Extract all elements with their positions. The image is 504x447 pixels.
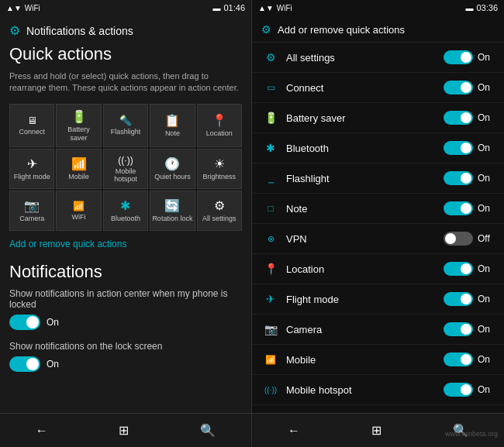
notif-toggle-row-lockscreen: On — [9, 356, 242, 372]
quick-item-bluetooth[interactable]: ✱ Bluetooth — [103, 191, 148, 231]
quick-item-note[interactable]: 📋 Note — [150, 104, 195, 148]
flashlight-row-icon: ⎯ — [261, 173, 280, 184]
allsettings-toggle-container: On — [444, 50, 495, 64]
settings-row-bluetooth: ✱ Bluetooth On — [252, 133, 504, 163]
right-panel-header: ⚙ Add or remove quick actions — [252, 15, 504, 43]
quick-item-mobile[interactable]: 📶 Mobile — [56, 149, 101, 189]
quick-label-note: Note — [165, 129, 180, 138]
settings-row-battery: 🔋 Battery saver On — [252, 103, 504, 133]
add-remove-link[interactable]: Add or remove quick actions — [9, 239, 242, 249]
quick-label-camera: Camera — [19, 215, 44, 223]
location-row-icon: 📍 — [261, 263, 280, 275]
notifications-title: Notifications — [9, 262, 242, 282]
hotspot-toggle[interactable] — [444, 383, 473, 397]
note-row-label: Note — [286, 203, 444, 215]
camera-toggle-label: On — [478, 324, 495, 335]
right-header-icon: ⚙ — [261, 23, 271, 36]
camera-icon: 📷 — [24, 198, 40, 213]
quick-label-location: Location — [206, 129, 233, 138]
quick-label-allsettings: All settings — [202, 215, 236, 223]
connect-toggle[interactable] — [444, 81, 473, 95]
notif-label-locked: Show notifications in action center when… — [9, 288, 242, 310]
quick-item-location[interactable]: 📍 Location — [197, 104, 242, 148]
right-panel-title: Add or remove quick actions — [278, 24, 405, 36]
right-battery-icon: ▬ — [465, 4, 473, 12]
allsettings-icon: ⚙ — [214, 198, 225, 213]
settings-row-mobile: 📶 Mobile On — [252, 345, 504, 375]
camera-toggle-container: On — [444, 322, 495, 336]
right-time: 03:36 — [476, 3, 498, 12]
flight-row-label: Flight mode — [286, 294, 444, 305]
left-search-button[interactable]: 🔍 — [188, 420, 228, 441]
quick-actions-grid: 🖥 Connect 🔋 Battery saver 🔦 Flashlight 📋… — [9, 104, 242, 232]
vpn-row-label: VPN — [286, 233, 444, 245]
camera-toggle[interactable] — [444, 322, 473, 336]
settings-row-hotspot: ((·)) Mobile hotspot On — [252, 375, 504, 405]
battery-row-icon: 🔋 — [261, 112, 280, 124]
notif-toggle-locked[interactable] — [9, 315, 40, 330]
notif-row-lockscreen: Show notifications on the lock screen On — [9, 341, 242, 372]
quick-item-wifi[interactable]: 📶 WiFi — [56, 191, 101, 231]
flight-toggle[interactable] — [444, 292, 473, 306]
battery-icon: 🔋 — [71, 109, 87, 124]
hotspot-toggle-label: On — [478, 384, 495, 395]
vpn-toggle-label: Off — [478, 233, 495, 244]
mobile-toggle[interactable] — [444, 352, 473, 366]
allsettings-toggle-label: On — [478, 52, 495, 63]
note-toggle[interactable] — [444, 201, 473, 215]
note-toggle-label: On — [478, 203, 495, 214]
quick-label-connect: Connect — [19, 128, 45, 136]
right-status-left: ▲▼ WiFi — [258, 4, 292, 12]
note-icon: 📋 — [164, 113, 180, 128]
quick-actions-desc: Press and hold (or select) quick actions… — [9, 70, 242, 95]
bluetooth-icon: ✱ — [120, 198, 130, 213]
quick-label-flight: Flight mode — [14, 173, 50, 181]
quick-label-mobile: Mobile — [68, 173, 89, 181]
allsettings-row-icon: ⚙ — [261, 51, 280, 64]
settings-row-flashlight: ⎯ Flashlight On — [252, 163, 504, 194]
quick-label-battery: Battery saver — [58, 126, 98, 143]
note-toggle-container: On — [444, 201, 495, 215]
wifi-icon: 📶 — [73, 201, 85, 211]
location-toggle[interactable] — [444, 262, 473, 276]
connect-icon: 🖥 — [27, 115, 37, 126]
quick-item-brightness[interactable]: ☀ Brightness — [197, 149, 242, 189]
notif-toggle-lockscreen[interactable] — [9, 356, 40, 372]
quick-item-quiet[interactable]: 🕐 Quiet hours — [150, 149, 195, 189]
quick-item-battery[interactable]: 🔋 Battery saver — [56, 104, 101, 148]
notif-row-locked: Show notifications in action center when… — [9, 288, 242, 330]
quick-item-hotspot[interactable]: ((·)) Mobile hotspot — [103, 149, 148, 189]
quick-item-flight[interactable]: ✈ Flight mode — [9, 149, 54, 189]
right-back-button[interactable]: ← — [275, 421, 312, 441]
quick-label-brightness: Brightness — [203, 173, 236, 181]
quick-item-connect[interactable]: 🖥 Connect — [9, 104, 54, 148]
battery-toggle[interactable] — [444, 111, 473, 125]
bluetooth-row-icon: ✱ — [261, 142, 280, 154]
settings-row-location: 📍 Location On — [252, 254, 504, 284]
connect-row-icon: ▭ — [261, 82, 280, 93]
vpn-toggle[interactable] — [444, 232, 473, 246]
notif-label-lockscreen: Show notifications on the lock screen — [9, 341, 242, 352]
brightness-icon: ☀ — [214, 156, 225, 171]
quick-item-camera[interactable]: 📷 Camera — [9, 191, 54, 231]
right-home-button[interactable]: ⊞ — [359, 420, 394, 441]
battery-row-label: Battery saver — [286, 112, 444, 124]
vpn-row-icon: ⊗ — [261, 234, 280, 244]
settings-row-note: □ Note On — [252, 194, 504, 224]
quiet-icon: 🕐 — [164, 156, 180, 171]
location-toggle-container: On — [444, 262, 495, 276]
bluetooth-toggle[interactable] — [444, 141, 473, 155]
allsettings-toggle[interactable] — [444, 50, 473, 64]
quick-item-flashlight[interactable]: 🔦 Flashlight — [103, 104, 148, 148]
flashlight-toggle[interactable] — [444, 171, 473, 185]
flight-toggle-label: On — [478, 294, 495, 304]
left-panel-header: ⚙ Notifications & actions — [0, 15, 251, 44]
location-row-label: Location — [286, 263, 444, 275]
quick-item-allsettings[interactable]: ⚙ All settings — [197, 191, 242, 231]
bluetooth-toggle-container: On — [444, 141, 495, 155]
mobile-icon: 📶 — [71, 156, 87, 171]
quick-item-rotation[interactable]: 🔄 Rotation lock — [150, 191, 195, 231]
left-back-button[interactable]: ← — [23, 421, 60, 441]
left-home-button[interactable]: ⊞ — [106, 420, 141, 441]
quick-label-rotation: Rotation lock — [152, 215, 192, 223]
